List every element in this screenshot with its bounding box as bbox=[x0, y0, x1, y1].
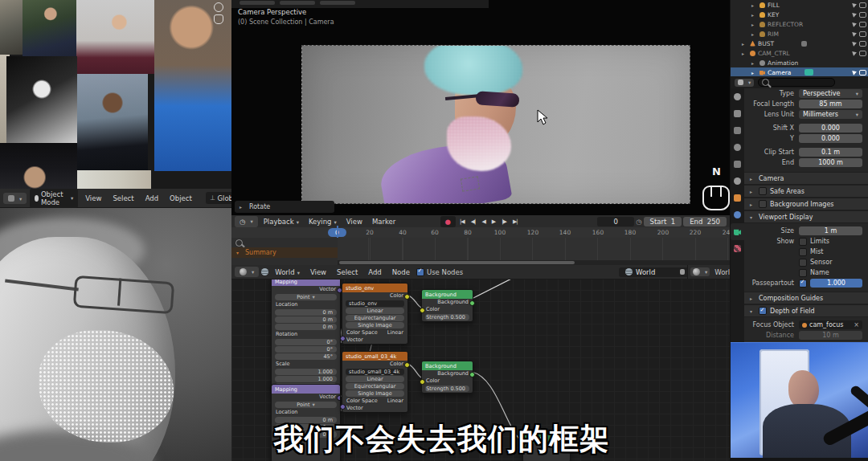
colorspace-value[interactable]: Linear bbox=[387, 329, 403, 337]
summary-channel[interactable]: ▾Summary bbox=[231, 247, 338, 258]
hide-viewport-icon[interactable] bbox=[859, 41, 866, 47]
select-icon[interactable] bbox=[852, 11, 858, 17]
hide-viewport-icon[interactable] bbox=[859, 2, 866, 8]
outliner-row-reflector[interactable]: ▸REFLECTOR bbox=[731, 19, 868, 29]
node-background[interactable]: Background Background Color Strength 0.5… bbox=[421, 289, 473, 322]
color-output-socket[interactable] bbox=[404, 294, 410, 300]
image-datablock-field[interactable]: studio_small_03_4k bbox=[346, 369, 404, 375]
tab-object[interactable] bbox=[731, 190, 744, 206]
distance-field[interactable]: 10 m bbox=[799, 331, 862, 340]
tab-view-layer[interactable] bbox=[731, 139, 744, 156]
tab-texture[interactable] bbox=[731, 240, 744, 257]
safe-areas-checkbox[interactable] bbox=[759, 187, 767, 195]
rotation-z-field[interactable]: 45° bbox=[275, 353, 337, 360]
tab-scene[interactable] bbox=[731, 156, 744, 173]
outliner-row-animation[interactable]: ▸Animation bbox=[731, 58, 868, 67]
clear-icon[interactable]: × bbox=[854, 320, 859, 329]
section-background-images[interactable]: ▸Background Images bbox=[744, 198, 868, 210]
hide-viewport-icon[interactable] bbox=[859, 51, 866, 56]
camera-viewport[interactable]: Camera Perspective (0) Scene Collection … bbox=[231, 0, 730, 215]
frame-start-field[interactable]: Start 1 bbox=[644, 217, 682, 226]
mode-select[interactable]: Object Mode bbox=[30, 189, 78, 208]
interpolation-select[interactable]: Linear bbox=[346, 308, 404, 314]
timeline-ruler[interactable]: 20 40 60 80 100 120 140 160 180 200 220 … bbox=[231, 227, 730, 239]
hide-viewport-icon[interactable] bbox=[859, 22, 866, 27]
location-y-field[interactable]: 0 m bbox=[275, 316, 337, 323]
fake-user-shield-icon[interactable] bbox=[680, 269, 685, 275]
tab-render[interactable] bbox=[731, 105, 744, 122]
node-environment-texture[interactable]: studio_small_03_4k Color studio_small_03… bbox=[342, 351, 408, 413]
background-images-checkbox[interactable] bbox=[759, 200, 767, 208]
passepartout-slider[interactable]: 1.000 bbox=[810, 279, 862, 288]
select-icon[interactable] bbox=[852, 69, 858, 75]
passepartout-checkbox[interactable] bbox=[799, 279, 807, 288]
colorspace-value[interactable]: Linear bbox=[387, 398, 403, 405]
select-icon[interactable] bbox=[852, 31, 858, 36]
outliner-row-key[interactable]: ▸KEY bbox=[731, 10, 868, 19]
select-icon[interactable] bbox=[852, 40, 858, 46]
clip-end-field[interactable]: 1000 m bbox=[799, 158, 862, 167]
source-select[interactable]: Single Image bbox=[346, 390, 404, 397]
tab-physics[interactable] bbox=[731, 206, 744, 223]
rotation-y-field[interactable]: 0° bbox=[275, 346, 337, 353]
node-environment-texture[interactable]: studio_env Color studio_env Linear Equir… bbox=[342, 283, 408, 345]
section-camera[interactable]: ▸Camera bbox=[744, 172, 868, 185]
node-header[interactable]: studio_env bbox=[342, 284, 407, 292]
location-x-field[interactable]: 0 m bbox=[275, 309, 337, 316]
play-reverse-button[interactable]: ◀ bbox=[479, 218, 487, 225]
mist-checkbox[interactable] bbox=[799, 248, 807, 256]
tab-output[interactable] bbox=[731, 122, 744, 139]
node-header[interactable]: Background bbox=[422, 361, 473, 370]
outliner-row-camera[interactable]: ▸Camera bbox=[731, 67, 868, 76]
hide-viewport-icon[interactable] bbox=[859, 31, 866, 37]
tab-object-data[interactable] bbox=[731, 223, 744, 240]
shift-y-field[interactable]: 0.000 bbox=[799, 134, 862, 143]
color-output-socket[interactable] bbox=[404, 362, 410, 368]
hand-tool-icon[interactable] bbox=[214, 14, 223, 24]
color-input-socket[interactable] bbox=[420, 308, 425, 313]
sculpt-viewport[interactable]: Object Mode View Select Add Object ⟂Glob… bbox=[0, 189, 231, 461]
limits-checkbox[interactable] bbox=[799, 238, 807, 246]
menu-view[interactable]: View bbox=[306, 267, 330, 278]
outliner[interactable]: ▸FILL ▸KEY ▸REFLECTOR ▸RIM ▸BUST ▸CAM_CT… bbox=[731, 0, 868, 76]
type-select[interactable]: Perspective bbox=[799, 89, 862, 98]
menu-add[interactable]: Add bbox=[364, 267, 385, 278]
node-editor-type[interactable] bbox=[235, 267, 259, 277]
background-output-socket[interactable] bbox=[469, 300, 475, 306]
lens-unit-select[interactable]: Millimeters bbox=[799, 110, 862, 119]
timeline-editor[interactable]: ◷ Playback Keying View Marker ● |◀ ◀| ◀ … bbox=[231, 215, 730, 265]
menu-select[interactable]: Select bbox=[333, 267, 362, 278]
play-button[interactable]: ▶ bbox=[489, 218, 497, 225]
node-background[interactable]: Background Background Color Strength 0.5… bbox=[421, 361, 473, 394]
select-icon[interactable] bbox=[852, 50, 858, 55]
image-datablock-field[interactable]: studio_env bbox=[346, 300, 404, 307]
editor-type-icon[interactable] bbox=[3, 193, 27, 204]
projection-select[interactable]: Equirectangular bbox=[346, 383, 404, 390]
section-depth-of-field[interactable]: ▾Depth of Field bbox=[744, 304, 868, 317]
outliner-row-bust[interactable]: ▸BUST bbox=[731, 39, 868, 48]
prev-keyframe-button[interactable]: ◀| bbox=[469, 218, 478, 225]
vector-input-socket[interactable] bbox=[340, 404, 346, 410]
jump-to-start-button[interactable]: |◀ bbox=[457, 218, 467, 225]
background-output-socket[interactable] bbox=[469, 372, 475, 377]
section-safe-areas[interactable]: ▸Safe Areas bbox=[744, 185, 868, 198]
menu-view[interactable]: View bbox=[342, 216, 366, 227]
vector-output-socket[interactable] bbox=[337, 395, 341, 401]
node-mapping[interactable]: Mapping Vector Point Location 0 m 0 m 0 … bbox=[271, 276, 341, 391]
location-z-field[interactable]: 0 m bbox=[275, 324, 337, 330]
size-field[interactable]: 1 m bbox=[799, 226, 862, 235]
search-icon[interactable] bbox=[235, 239, 243, 247]
strength-field[interactable]: Strength 0.500 bbox=[425, 314, 469, 320]
color-input-socket[interactable] bbox=[420, 379, 425, 385]
next-keyframe-button[interactable]: |▶ bbox=[499, 218, 509, 225]
outliner-row-cam-ctrl[interactable]: ▸CAM_CTRL bbox=[731, 48, 868, 58]
focal-length-field[interactable]: 85 mm bbox=[799, 100, 862, 108]
operator-panel[interactable]: ▸Rotate bbox=[235, 201, 334, 213]
tab-tool[interactable] bbox=[731, 88, 744, 105]
node-header[interactable]: Background bbox=[422, 290, 473, 299]
section-viewport-display[interactable]: ▾Viewport Display bbox=[744, 210, 868, 223]
select-icon[interactable] bbox=[852, 2, 858, 7]
menu-playback[interactable]: Playback bbox=[260, 216, 303, 227]
shader-type-select[interactable]: World bbox=[271, 267, 304, 278]
menu-select[interactable]: Select bbox=[108, 193, 137, 204]
